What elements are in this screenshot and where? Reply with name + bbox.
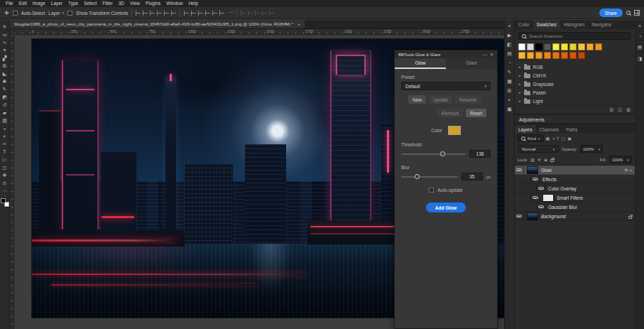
- blur-value[interactable]: 35: [462, 173, 483, 180]
- color-swatch[interactable]: [518, 52, 525, 59]
- color-swatch[interactable]: [535, 43, 542, 50]
- menu-plugins[interactable]: Plugins: [143, 0, 163, 7]
- color-swatch[interactable]: [595, 43, 602, 50]
- menu-view[interactable]: View: [127, 0, 143, 7]
- visibility-toggle[interactable]: [515, 166, 524, 174]
- preset-dropdown[interactable]: Default ▾: [401, 82, 491, 90]
- color-swatch[interactable]: [518, 43, 525, 50]
- swatch-folder-pastel[interactable]: ▸ Pastel: [515, 88, 635, 97]
- color-swatch[interactable]: [578, 52, 585, 59]
- blend-mode-dropdown[interactable]: Normal ▾: [518, 145, 559, 153]
- distribute-center-v-icon[interactable]: [212, 11, 217, 16]
- eraser-tool[interactable]: ▰: [3, 110, 6, 115]
- shape-tool[interactable]: ◻: [3, 165, 7, 170]
- tab-swatches[interactable]: Swatches: [533, 20, 560, 29]
- filter-shape-icon[interactable]: ▢: [562, 136, 566, 141]
- distribute-center-h-icon[interactable]: [191, 11, 196, 16]
- update-button[interactable]: Update: [429, 95, 452, 104]
- align-center-h-icon[interactable]: [143, 11, 148, 16]
- share-button[interactable]: Share: [599, 9, 623, 17]
- swatch-folder-grayscale[interactable]: ▸ Grayscale: [515, 80, 635, 88]
- type-tool[interactable]: T: [3, 149, 6, 154]
- info-panel-icon[interactable]: ⊞: [508, 88, 512, 93]
- healing-brush-tool[interactable]: ✚: [3, 79, 7, 84]
- adjustments-panel-header[interactable]: Adjustments: [515, 114, 635, 124]
- remove-button[interactable]: Remove: [437, 109, 463, 117]
- gradients-panel-icon[interactable]: ◐: [508, 97, 511, 102]
- eyedropper-tool[interactable]: ◣: [3, 71, 6, 76]
- color-swatch[interactable]: [569, 52, 577, 59]
- layer-row-glow[interactable]: Glow fx ▴: [515, 166, 635, 175]
- swatch-folder-cmyk[interactable]: ▸ CMYK: [515, 71, 635, 80]
- actions-panel-icon[interactable]: ▶: [508, 33, 511, 38]
- layer-thumbnail[interactable]: [527, 166, 538, 174]
- lock-transparency-icon[interactable]: ▨: [530, 157, 535, 162]
- layer-name[interactable]: Glow: [541, 168, 552, 173]
- tab-glow[interactable]: Glow: [395, 58, 446, 69]
- lock-artboard-icon[interactable]: ⊞: [544, 157, 547, 162]
- layer-thumbnail[interactable]: [527, 212, 538, 220]
- vertical-ruler[interactable]: [10, 35, 14, 329]
- quick-selection-tool[interactable]: ✶: [3, 48, 7, 53]
- layer-row-color-overlay[interactable]: Color Overlay: [515, 184, 635, 193]
- visibility-toggle[interactable]: [530, 175, 540, 183]
- filter-type-icon[interactable]: T: [557, 136, 560, 141]
- export-dock-icon[interactable]: ◨: [638, 56, 643, 62]
- 3d-pan-icon[interactable]: [255, 11, 260, 16]
- new-button[interactable]: New: [408, 95, 426, 104]
- show-transform-checkbox[interactable]: [67, 11, 72, 16]
- layer-row-smart-filters[interactable]: Smart Filters: [515, 193, 635, 203]
- tab-glare[interactable]: Glare: [446, 58, 497, 69]
- blur-slider-handle[interactable]: [415, 174, 420, 179]
- color-swatch[interactable]: [527, 43, 534, 50]
- color-swatch[interactable]: [569, 43, 577, 50]
- tab-navigator[interactable]: Navigator: [588, 20, 615, 29]
- close-icon[interactable]: ✕: [490, 52, 493, 57]
- auto-select-checkbox[interactable]: [13, 11, 18, 16]
- color-swatch[interactable]: [552, 52, 560, 59]
- layer-name[interactable]: Background: [541, 214, 566, 219]
- pen-tool[interactable]: ✑: [3, 141, 7, 146]
- align-right-icon[interactable]: [150, 11, 155, 16]
- auto-update-checkbox[interactable]: [429, 188, 434, 193]
- blur-slider[interactable]: [401, 176, 458, 178]
- tab-color[interactable]: Color: [515, 20, 533, 29]
- dialog-title-bar[interactable]: BBTools Glow & Glare — ✕: [395, 50, 497, 58]
- color-swatch[interactable]: [586, 43, 594, 50]
- menu-file[interactable]: File: [3, 0, 16, 7]
- lock-position-icon[interactable]: ✛: [537, 157, 541, 162]
- visibility-toggle[interactable]: [536, 203, 545, 211]
- align-center-v-icon[interactable]: [164, 11, 169, 16]
- 3d-roll-icon[interactable]: [248, 11, 253, 16]
- color-swatch[interactable]: [561, 43, 568, 50]
- layer-row-gaussian-blur[interactable]: Gaussian Blur: [515, 203, 635, 212]
- tab-channels[interactable]: Channels: [536, 125, 562, 133]
- edit-toolbar-icon[interactable]: ⋯: [2, 188, 7, 193]
- brushes-panel-icon[interactable]: ✎: [508, 70, 512, 75]
- layer-row-effects[interactable]: Effects: [515, 175, 635, 184]
- color-swatch[interactable]: [535, 52, 542, 59]
- resume-button[interactable]: Resume: [455, 95, 481, 104]
- collapse-dock-icon[interactable]: «: [638, 23, 641, 28]
- history-panel-icon[interactable]: ◔: [508, 60, 511, 65]
- lasso-tool[interactable]: ∿: [3, 40, 7, 45]
- distribute-top-icon[interactable]: [205, 11, 210, 16]
- fill-field[interactable]: 100% ▾: [609, 156, 632, 163]
- comments-dock-icon[interactable]: ▤: [638, 45, 643, 50]
- swatch-folder-light[interactable]: ▸ Light: [515, 97, 635, 105]
- minimize-icon[interactable]: —: [483, 53, 487, 57]
- history-brush-tool[interactable]: ↺: [3, 102, 7, 107]
- visibility-toggle[interactable]: [515, 212, 524, 220]
- swatch-search-input[interactable]: [529, 34, 628, 38]
- menu-window[interactable]: Window: [163, 0, 185, 7]
- threshold-slider-handle[interactable]: [440, 151, 445, 156]
- dodge-tool[interactable]: ◐: [3, 134, 6, 139]
- search-icon[interactable]: [626, 11, 631, 15]
- move-tool[interactable]: ✛: [3, 24, 7, 29]
- fx-badge[interactable]: fx: [625, 168, 628, 172]
- horizontal-ruler[interactable]: 0 250 500 750 1000 1250 1500 1750 2000 2…: [14, 29, 504, 35]
- history-dock-icon[interactable]: ◔: [638, 34, 641, 39]
- threshold-value[interactable]: 138: [469, 150, 491, 158]
- zoom-tool[interactable]: ⊙: [3, 180, 7, 185]
- hand-tool[interactable]: ✥: [3, 173, 7, 178]
